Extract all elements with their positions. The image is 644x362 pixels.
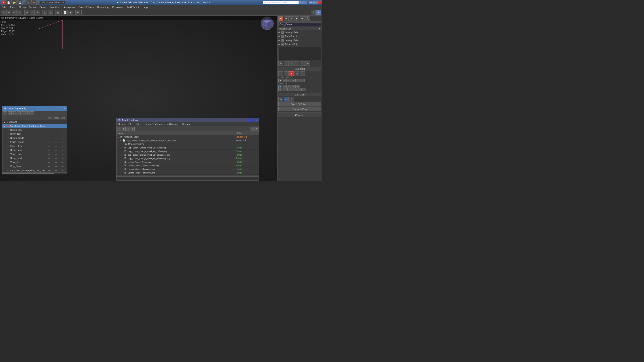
asset-min-btn[interactable]: ─ — [251, 118, 254, 122]
create-panel-btn[interactable]: ✦ — [278, 16, 283, 21]
modifier-nav-1[interactable]: ⊢ — [278, 61, 283, 66]
rotate-btn[interactable]: ↻ — [12, 10, 16, 15]
tweak-in-view-btn[interactable]: Tweak In View — [278, 107, 321, 111]
move-btn[interactable]: ✛ — [6, 10, 11, 15]
layer-cap-cotton-brand[interactable]: ◻ Cap_Cotton_Orange_Pixel_Your_Brand — —… — [2, 168, 67, 172]
uv-icon-1[interactable]: ◈ — [278, 97, 283, 102]
layer-holes-rim[interactable]: ◻ Holes_Rim — — ✓ — [2, 132, 67, 136]
menu-create[interactable]: Create — [38, 5, 48, 9]
modifier-unwrap-uvw-1[interactable]: L Unwrap UVW — [278, 30, 322, 34]
material-editor-btn[interactable]: ◈ — [75, 10, 80, 15]
asset-horizontal-scrollbar[interactable] — [116, 175, 259, 176]
menu-graph-editors[interactable]: Graph Editors — [77, 5, 96, 9]
modify-panel-btn[interactable]: ⟳ — [284, 16, 289, 21]
layer-inside-straps[interactable]: ◻ Inside_Straps — — ✓ — [2, 140, 67, 144]
layer-inner-stripe[interactable]: ◻ Inner_Stripe — — ✓ — [2, 144, 67, 148]
asset-row-maps[interactable]: ▼ 🗂 Maps / Shaders — [116, 142, 259, 146]
grow-btn[interactable]: ◉ — [278, 79, 282, 82]
select-by-5[interactable]: ⊟ — [296, 85, 300, 88]
asset-row-maxfile[interactable]: ▼ 📄 Cap_Cotton_Orange_Pixel_Your_Brand_m… — [116, 139, 259, 142]
asset-help-icon[interactable]: ? — [250, 127, 254, 131]
redo-btn[interactable]: ↪ — [32, 0, 37, 5]
modifier-nav-5[interactable]: ⊥ — [300, 61, 305, 66]
mirror-btn[interactable]: ◫ — [42, 10, 48, 15]
ring-btn[interactable]: ○ — [287, 79, 291, 82]
select-by-1[interactable]: ▤ — [278, 85, 282, 88]
object-name-field[interactable]: Cap_Dome — [278, 22, 321, 26]
maximize-btn[interactable]: □ — [313, 1, 317, 4]
layer-visor-lower[interactable]: ◻ Visor_Lower — — ✓ — [2, 152, 67, 156]
dot-btn[interactable]: … — [296, 79, 300, 82]
loop-btn[interactable]: ⊕ — [291, 79, 295, 82]
open-btn[interactable]: 📂 — [12, 0, 17, 5]
motion-panel-btn[interactable]: ▶ — [294, 16, 300, 21]
asset-help-btn[interactable]: ? — [248, 118, 251, 122]
app-icon[interactable]: 3 — [1, 0, 5, 4]
modifier-editable-poly[interactable]: ▤ Editable Poly — [278, 42, 322, 46]
menu-group[interactable]: Group — [17, 5, 28, 9]
asset-row-diffuse[interactable]: 🖼 Cap_Cotton_Orange_Pixel_YB_Diffuse.png… — [116, 150, 259, 153]
render-setup-btn[interactable]: ⚙ — [311, 10, 316, 15]
layers-scrollbar-thumb[interactable] — [2, 173, 54, 174]
layers-close-btn[interactable]: ✕ — [62, 107, 66, 110]
asset-menu-file[interactable]: File — [126, 122, 134, 126]
layer-snap-back[interactable]: ◻ Snap_Back — — ✓ — [2, 148, 67, 152]
menu-maxscript[interactable]: MAXScript — [126, 5, 141, 9]
curve-editor-btn[interactable]: 📈 — [62, 10, 68, 15]
layers-obj-btn[interactable]: ⊕ — [26, 111, 30, 115]
menu-help[interactable]: Help — [141, 5, 150, 9]
modifier-unwrap-uvw-2[interactable]: L Unwrap UVW — [278, 38, 322, 42]
layers-help-btn[interactable]: ? — [59, 107, 62, 110]
asset-tool-1[interactable]: ⊡ — [117, 127, 121, 131]
display-panel-btn[interactable]: 👁 — [300, 16, 305, 21]
asset-tool-3[interactable]: ≡ — [126, 127, 130, 131]
asset-menu-server[interactable]: Server — [116, 122, 126, 126]
menu-animation[interactable]: Animation — [62, 5, 77, 9]
menu-edit[interactable]: Edit — [0, 5, 8, 9]
layers-move-btn[interactable]: ↑ — [16, 111, 20, 115]
close-btn[interactable]: ✕ — [317, 1, 321, 4]
undo-btn[interactable]: ↩ — [26, 0, 31, 5]
uv-icon-2[interactable]: ⬡ — [284, 97, 289, 102]
modifier-nav-6[interactable]: ◈ — [305, 61, 310, 66]
minimize-btn[interactable]: ─ — [309, 1, 313, 4]
hierarchy-panel-btn[interactable]: ⊕ — [289, 16, 294, 21]
layer-row-default[interactable]: ▶ 0 (default) — — ✓ — [2, 120, 67, 124]
select-by-2[interactable]: ⊡ — [283, 85, 287, 88]
render-btn[interactable]: ▶ — [316, 10, 321, 15]
select-by-4[interactable]: ⊞ — [291, 85, 296, 88]
layers-sel-btn[interactable]: ◻ — [12, 111, 16, 115]
asset-search-input[interactable] — [117, 177, 258, 181]
search-bar[interactable]: Type a keyword or phrase — [263, 1, 299, 4]
select-by-3[interactable]: ↗ — [287, 85, 291, 88]
modifier-turbosmooth[interactable]: L TurboSmooth — [278, 34, 322, 38]
layer-visor-top[interactable]: ◻ Visor_Top — — ✓ — [2, 160, 67, 164]
layer-snap-front[interactable]: ◻ Snap_Front — — ✓ — [2, 156, 67, 160]
layer-cap-dome[interactable]: ◻ Cap_Dome — — ✓ — [2, 164, 67, 168]
utilities-panel-btn[interactable]: 🔧 — [305, 16, 310, 21]
select-btn[interactable]: ↖ — [1, 10, 6, 15]
asset-row-bump[interactable]: 🖼 Cap_Cotton_Orange_Pixel_YB_Bump.png Fo… — [116, 146, 259, 150]
open-uv-editor-btn[interactable]: Open UV Editor ... — [278, 102, 321, 106]
sel-edge-btn[interactable]: / — [284, 71, 289, 76]
menu-views[interactable]: Views — [28, 5, 38, 9]
layers-scrollbar[interactable] — [2, 172, 67, 174]
save-btn[interactable]: 💾 — [18, 0, 22, 5]
asset-close-btn[interactable]: ✕ — [255, 118, 258, 122]
sel-vertex-btn[interactable]: • — [278, 71, 283, 76]
modifier-nav-4[interactable]: ⊤ — [294, 61, 300, 66]
angle-snap-btn[interactable]: ∠ — [30, 10, 35, 15]
schematic-btn[interactable]: ◉ — [68, 10, 73, 15]
new-btn[interactable]: 📄 — [6, 0, 11, 5]
asset-info-icon[interactable]: ℹ — [254, 127, 258, 131]
workspace-dropdown[interactable]: Workspace: Default ▼ — [40, 1, 66, 4]
sel-face-btn[interactable]: ▣ — [289, 71, 294, 76]
select-by-6[interactable]: ☑ — [278, 88, 282, 91]
dot-btn2[interactable]: … — [300, 79, 304, 82]
asset-row-fibers-glossiness[interactable]: 🖼 Letters_Fibers_Glossiness.png Found — [116, 168, 259, 171]
percent-snap-btn[interactable]: % — [35, 10, 40, 15]
menu-modifiers[interactable]: Modifiers — [48, 5, 62, 9]
layers-btn[interactable]: ▦ — [55, 10, 60, 15]
asset-row-glossiness[interactable]: 🖼 Cap_Cotton_Orange_Pixel_YB_Glossiness.… — [116, 153, 259, 157]
layer-button-top[interactable]: ◻ Button_Top — — ✓ — [2, 128, 67, 132]
